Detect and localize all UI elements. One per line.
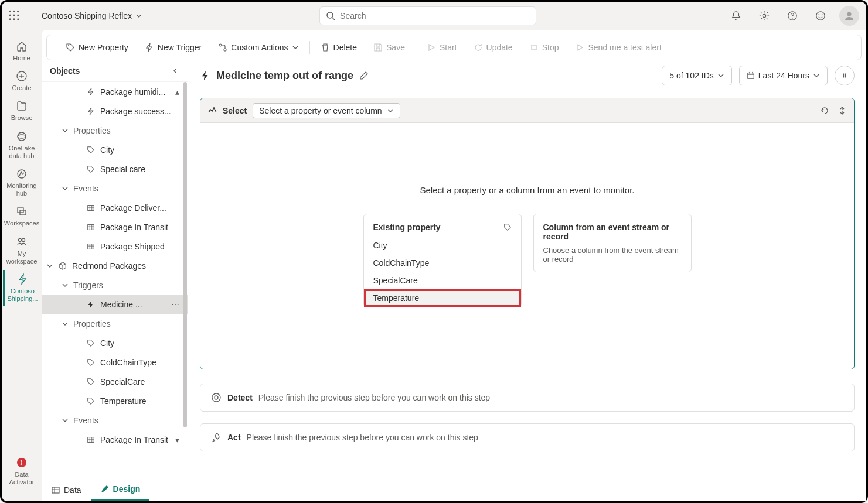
nav-data-activator[interactable]: Data Activator [3,453,40,490]
time-range-button[interactable]: Last 24 Hours [739,66,828,85]
bolt-icon [86,107,96,115]
tree-group-properties[interactable]: Properties [42,314,188,333]
pen-icon [100,484,110,494]
tree-item-property[interactable]: SpecialCare [42,372,188,391]
nav-contoso-shipping[interactable]: Contoso Shipping... [3,270,40,306]
bolt-icon [145,43,154,52]
property-option-temperature[interactable]: Temperature [364,289,521,307]
collapse-panel-icon[interactable] [171,67,179,75]
search-box[interactable] [319,6,536,25]
tag-icon [86,146,96,154]
tab-data[interactable]: Data [42,478,91,501]
objects-tree[interactable]: Package humidi...▴ Package success... Pr… [42,82,188,478]
property-option[interactable]: SpecialCare [364,272,521,289]
nav-monitoring[interactable]: Monitoring hub [3,165,40,201]
user-avatar[interactable] [839,6,859,26]
detect-message: Please finish the previous step before y… [258,393,490,402]
tree-item-trigger[interactable]: Package humidi...▴ [42,82,188,101]
property-option[interactable]: City [364,237,521,254]
command-toolbar: New Property New Trigger Custom Actions … [46,35,862,60]
svg-point-9 [327,12,333,18]
app-title-dropdown[interactable]: Contoso Shipping Reflex [42,11,142,20]
tree-item-package-group[interactable]: Redmond Packages [42,256,188,275]
svg-point-16 [822,14,823,15]
svg-rect-41 [88,244,94,249]
new-property-button[interactable]: New Property [57,35,137,60]
search-input[interactable] [340,11,530,20]
app-launcher-icon[interactable] [9,10,21,22]
existing-property-card: Existing property City ColdChainType Spe… [363,214,522,307]
tree-item-property[interactable]: City [42,333,188,353]
tree-item-trigger[interactable]: Package success... [42,101,188,121]
tree-item-property[interactable]: Temperature [42,391,188,410]
tree-item-trigger-medicine[interactable]: Medicine ...⋯ [42,295,188,314]
select-property-dropdown[interactable]: Select a property or event column [253,103,400,118]
scrollbar-thumb[interactable] [183,82,187,427]
caret-up-icon[interactable]: ▴ [175,87,179,97]
start-button: Start [418,35,465,60]
settings-icon[interactable] [755,6,774,25]
svg-point-6 [9,18,11,20]
tag-icon [86,397,96,405]
pause-button[interactable] [835,66,855,85]
event-column-card[interactable]: Column from an event stream or record Ch… [533,214,692,272]
nav-workspaces[interactable]: Workspaces [3,202,40,231]
undo-icon[interactable] [820,106,829,115]
event-column-title: Column from an event stream or record [543,223,682,241]
act-message: Please finish the previous step before y… [247,433,478,442]
notifications-icon[interactable] [727,6,746,25]
nav-create[interactable]: Create [3,67,40,95]
toolbar-separator [309,41,310,54]
tag-icon [503,223,512,231]
update-button: Update [465,35,521,60]
svg-line-10 [332,18,335,20]
pause-icon [840,71,849,80]
table-icon [86,242,96,251]
act-label: Act [227,433,241,442]
svg-point-27 [22,238,25,241]
tree-group-events[interactable]: Events [42,410,188,430]
objects-header: Objects [42,60,188,82]
nav-my-workspace[interactable]: My workspace [3,232,40,269]
collapse-icon[interactable] [838,106,847,115]
select-hint-text: Select a property or a column from an ev… [420,185,634,195]
new-trigger-button[interactable]: New Trigger [137,35,210,60]
tag-icon [86,339,96,347]
chevron-down-icon [813,72,820,79]
tree-group-triggers[interactable]: Triggers [42,275,188,295]
delete-button[interactable]: Delete [312,35,365,60]
tab-design[interactable]: Design [91,478,150,501]
tree-item-event[interactable]: Package In Transit▾ [42,430,188,449]
nav-onelake[interactable]: OneLake data hub [3,127,40,163]
feedback-icon[interactable] [811,6,830,25]
tree-item-event[interactable]: Package In Transit [42,217,188,237]
tree-group-properties[interactable]: Properties [42,121,188,140]
scrollbar[interactable] [182,82,188,478]
svg-point-17 [847,12,852,16]
tree-item-event[interactable]: Package Deliver... [42,198,188,217]
ids-filter-button[interactable]: 5 of 102 IDs [662,66,732,85]
more-icon[interactable]: ⋯ [171,300,179,309]
nav-home[interactable]: Home [3,37,40,66]
help-icon[interactable] [783,6,802,25]
caret-down-icon[interactable]: ▾ [175,435,179,444]
stop-button: Stop [521,35,567,60]
play-icon [575,43,584,52]
custom-actions-button[interactable]: Custom Actions [210,35,307,60]
svg-point-59 [215,396,218,399]
topbar: Contoso Shipping Reflex [2,2,866,30]
svg-point-29 [68,45,69,46]
property-option[interactable]: ColdChainType [364,254,521,272]
refresh-icon [474,43,483,52]
tree-group-events[interactable]: Events [42,179,188,198]
edit-icon[interactable] [359,71,369,80]
tree-item-property[interactable]: Special care [42,159,188,179]
tag-icon [86,165,96,173]
tree-item-property[interactable]: City [42,140,188,159]
tag-icon [86,358,96,367]
tree-item-event[interactable]: Package Shipped [42,237,188,256]
tag-icon [66,43,75,52]
tree-item-property[interactable]: ColdChainType [42,353,188,372]
cube-icon [58,262,67,270]
nav-browse[interactable]: Browse [3,97,40,125]
